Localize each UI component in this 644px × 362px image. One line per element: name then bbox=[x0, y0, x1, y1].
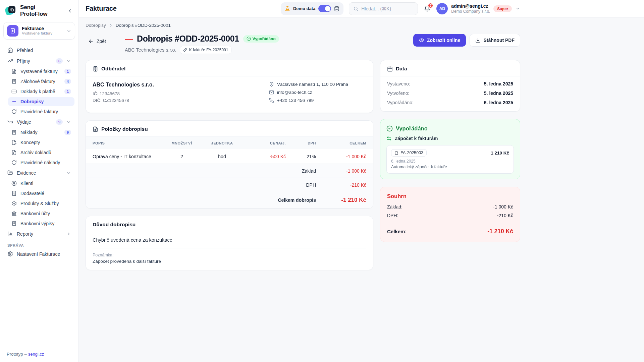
app-switcher-title: Fakturace bbox=[22, 26, 63, 31]
settled-card-title: Vypořádáno bbox=[396, 125, 428, 132]
sidebar-item-zalohove-faktury[interactable]: Zálohové faktury 4 bbox=[8, 77, 74, 86]
reason-card-title: Důvod dobropisu bbox=[86, 216, 373, 232]
credit-note-dash-icon: — bbox=[125, 34, 133, 44]
settlement-item: FA-2025003 1 210 Kč 6. ledna 2025 Automa… bbox=[386, 145, 514, 174]
chevron-down-icon bbox=[515, 6, 520, 11]
check-circle-icon bbox=[386, 125, 393, 132]
search-icon bbox=[353, 6, 359, 11]
refresh-icon bbox=[11, 160, 17, 165]
summary-card: Souhrn Základ: -1 000 Kč DPH: -210 Kč Ce… bbox=[380, 187, 520, 242]
sidebar-item-nastaveni[interactable]: Nastavení Fakturace bbox=[4, 249, 74, 258]
sidebar-item-prehled[interactable]: Přehled bbox=[4, 46, 74, 55]
file-archive-icon bbox=[11, 150, 17, 155]
user-menu[interactable]: AD admin@sengi.cz Demo Company s.r.o. Su… bbox=[436, 3, 520, 14]
document-title: Dobropis #ODD-2025-0001 bbox=[137, 34, 239, 44]
summary-card-title: Souhrn bbox=[387, 193, 513, 199]
sidebar-item-dobropisy[interactable]: Dobropisy bbox=[8, 97, 74, 106]
back-button[interactable]: Zpět bbox=[86, 37, 109, 46]
sengi-link[interactable]: sengi.cz bbox=[28, 352, 44, 357]
check-circle-icon bbox=[247, 37, 251, 41]
sidebar-item-produkty-sluzby[interactable]: Produkty & Služby bbox=[8, 199, 74, 208]
notifications-button[interactable]: 7 bbox=[423, 5, 431, 12]
items-card-title: Položky dobropisu bbox=[101, 126, 148, 132]
receipt-icon bbox=[11, 221, 17, 226]
home-icon bbox=[7, 47, 13, 53]
map-pin-icon bbox=[269, 82, 274, 87]
credit-card-icon bbox=[11, 89, 17, 94]
sidebar-collapse-button[interactable] bbox=[66, 7, 74, 15]
date-row-vystaveno: Vystaveno: 5. ledna 2025 bbox=[387, 81, 513, 86]
summary-row-dph: DPH -210 Kč bbox=[86, 178, 373, 192]
sidebar-item-vystavene-faktury[interactable]: Vystavené faktury 1 bbox=[8, 67, 74, 76]
chevron-down-icon bbox=[66, 171, 71, 175]
sidebar-item-pravidelne-naklady[interactable]: Pravidelné náklady bbox=[8, 158, 74, 167]
brand-name: Sengi ProtoFlow bbox=[20, 4, 62, 17]
sidebar-item-dodavatele[interactable]: Dodavatelé bbox=[8, 189, 74, 198]
items-card: Položky dobropisu POPIS MNOŽSTVÍ JEDNOTK… bbox=[86, 120, 373, 208]
demo-data-toggle[interactable] bbox=[318, 5, 331, 12]
top-bar: Fakturace Demo data 7 AD admin@sengi.cz bbox=[79, 0, 644, 17]
global-search[interactable] bbox=[349, 2, 418, 15]
download-icon bbox=[475, 38, 481, 43]
mail-icon bbox=[269, 90, 274, 95]
prototype-label: Prototyp bbox=[7, 352, 23, 357]
table-row: Oprava ceny - IT konzultace 2 hod -500 K… bbox=[86, 149, 373, 164]
search-input[interactable] bbox=[361, 6, 414, 11]
sidebar-item-vydaje[interactable]: Výdaje 9 bbox=[4, 117, 74, 126]
sidebar-item-klienti[interactable]: Klienti bbox=[8, 179, 74, 188]
customer-address: Václavské náměstí 1, 110 00 Praha bbox=[277, 82, 348, 87]
page-title: Fakturace bbox=[86, 5, 117, 12]
settled-subtitle: Zápočet k fakturám bbox=[395, 136, 438, 141]
app-switcher[interactable]: Fakturace Vystavené faktury bbox=[3, 22, 75, 40]
sidebar-item-doklady-k-platbe[interactable]: Doklady k platbě 1 bbox=[8, 87, 74, 96]
building-icon bbox=[93, 66, 98, 72]
bar-chart-icon bbox=[7, 231, 13, 237]
download-pdf-button[interactable]: Stáhnout PDF bbox=[470, 34, 520, 47]
sidebar-item-naklady[interactable]: Náklady 9 bbox=[8, 128, 74, 137]
demo-data-label: Demo data bbox=[293, 6, 315, 11]
building-icon bbox=[11, 191, 17, 196]
bank-icon bbox=[11, 211, 17, 216]
user-company: Demo Company s.r.o. bbox=[451, 9, 490, 14]
customer-card-title: Odběratel bbox=[101, 66, 125, 72]
database-icon[interactable] bbox=[334, 6, 339, 11]
reason-card: Důvod dobropisu Chybně uvedená cena za k… bbox=[86, 216, 373, 270]
linked-invoice-chip[interactable]: K faktuře FA-2025001 bbox=[180, 46, 232, 54]
chevron-right-icon bbox=[109, 23, 113, 27]
sidebar-item-archiv-dokladu[interactable]: Archiv dokladů bbox=[8, 148, 74, 157]
sidebar-item-bankovni-ucty[interactable]: Bankovní účty bbox=[8, 209, 74, 218]
minus-icon bbox=[11, 99, 17, 104]
sidebar-item-bankovni-vypisy[interactable]: Bankovní výpisy bbox=[8, 219, 74, 228]
count-badge: 9 bbox=[64, 130, 71, 135]
customer-card: Odběratel ABC Technologies s.r.o. IČ: 12… bbox=[86, 60, 373, 113]
note-text: Zápočet provedena k další faktuře bbox=[93, 259, 366, 264]
view-online-button[interactable]: Zobrazit online bbox=[413, 34, 466, 47]
sidebar-item-koncepty[interactable]: Koncepty bbox=[8, 138, 74, 147]
receipt-icon bbox=[11, 79, 17, 84]
sidebar-item-reporty[interactable]: Reporty bbox=[4, 229, 74, 238]
sidebar-item-prijmy[interactable]: Příjmy 6 bbox=[4, 56, 74, 65]
user-email: admin@sengi.cz bbox=[451, 3, 490, 9]
phone-icon bbox=[269, 98, 274, 103]
dates-card-title: Data bbox=[396, 66, 407, 72]
sidebar-item-evidence[interactable]: Evidence bbox=[4, 168, 74, 177]
user-circle-icon bbox=[11, 181, 17, 186]
count-badge: 4 bbox=[64, 79, 71, 84]
customer-email: info@abc-tech.cz bbox=[277, 90, 312, 95]
trending-down-icon bbox=[7, 119, 13, 125]
breadcrumb-dobropisy[interactable]: Dobropisy bbox=[86, 23, 106, 28]
note-label: Poznámka: bbox=[93, 253, 366, 257]
side-column: Data Vystaveno: 5. ledna 2025 Vytvořeno:… bbox=[380, 60, 520, 242]
file-text-icon bbox=[93, 126, 98, 132]
sidebar-item-pravidelne-faktury[interactable]: Pravidelné faktury bbox=[8, 107, 74, 116]
demo-data-pill: Demo data bbox=[281, 2, 343, 15]
refresh-icon bbox=[11, 109, 17, 114]
folder-open-icon bbox=[7, 170, 13, 176]
summary-row-zaklad: Základ -1 000 Kč bbox=[86, 164, 373, 178]
summary-zaklad-row: Základ: -1 000 Kč bbox=[387, 204, 513, 209]
invoice-number-chip[interactable]: FA-2025003 bbox=[391, 149, 427, 157]
link-icon bbox=[183, 48, 187, 52]
file-icon bbox=[394, 151, 398, 155]
app-logo-icon bbox=[5, 5, 17, 16]
sidebar: Sengi ProtoFlow Fakturace Vystavené fakt… bbox=[0, 0, 79, 362]
